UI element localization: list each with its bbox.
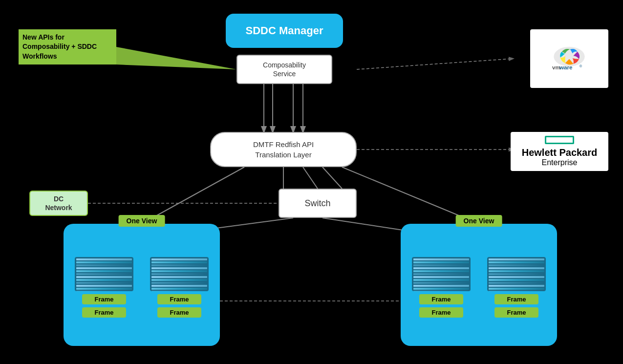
frame-label-5: Frame xyxy=(419,294,463,304)
one-view-right-container: One View xyxy=(401,224,557,346)
server-unit-3: Frame Frame xyxy=(409,257,473,318)
svg-marker-0 xyxy=(116,47,236,69)
frame-label-2: Frame xyxy=(82,307,126,318)
hpe-sub-label: Enterprise xyxy=(542,158,578,167)
sddc-manager-box: SDDC Manager xyxy=(226,14,343,48)
server-rack-3 xyxy=(412,257,471,291)
frame-label-7: Frame xyxy=(494,294,538,304)
server-rack-4 xyxy=(487,257,546,291)
frame-label-4: Frame xyxy=(157,307,201,318)
frame-label-6: Frame xyxy=(419,307,463,318)
new-apis-label: New APIs for Composability + SDDC Workfl… xyxy=(22,33,112,62)
dmtf-box: DMTF Redfish APITranslation Layer xyxy=(210,132,357,167)
frame-label-3: Frame xyxy=(157,294,201,304)
one-view-right-inner: One View xyxy=(401,224,557,346)
vmware-logo-box: vm ware ® xyxy=(530,29,608,88)
vmware-logo: vm ware ® xyxy=(545,44,594,73)
svg-line-8 xyxy=(303,167,318,189)
server-rack-1 xyxy=(75,257,133,291)
hpe-label: Hewlett Packard xyxy=(522,147,598,158)
one-view-left-container: One View xyxy=(64,224,220,346)
server-unit-1: Frame Frame xyxy=(72,257,136,318)
svg-text:®: ® xyxy=(580,64,582,68)
one-view-left-inner: One View xyxy=(64,224,220,346)
frame-label-1: Frame xyxy=(82,294,126,304)
one-view-left-badge: One View xyxy=(119,215,165,227)
switch-box: Switch xyxy=(279,189,357,218)
one-view-right-badge: One View xyxy=(456,215,502,227)
new-apis-callout: New APIs for Composability + SDDC Workfl… xyxy=(19,29,116,64)
switch-label: Switch xyxy=(304,198,330,209)
svg-line-5 xyxy=(357,59,513,69)
frame-label-8: Frame xyxy=(494,307,538,318)
sddc-manager-label: SDDC Manager xyxy=(246,24,323,37)
dmtf-label: DMTF Redfish APITranslation Layer xyxy=(253,139,314,160)
hpe-logo-box: Hewlett Packard Enterprise xyxy=(511,132,608,171)
architecture-diagram: New APIs for Composability + SDDC Workfl… xyxy=(0,0,623,364)
server-rack-2 xyxy=(150,257,209,291)
dc-network-label: DCNetwork xyxy=(45,194,72,212)
server-unit-2: Frame Frame xyxy=(148,257,211,318)
server-unit-4: Frame Frame xyxy=(485,257,548,318)
hpe-rectangle-icon xyxy=(545,136,574,144)
dc-network-box: DCNetwork xyxy=(29,191,88,216)
svg-text:ware: ware xyxy=(559,64,573,71)
svg-line-9 xyxy=(322,167,342,189)
composability-service-box: ComposabilityService xyxy=(236,55,332,84)
composability-service-label: ComposabilityService xyxy=(263,61,306,78)
